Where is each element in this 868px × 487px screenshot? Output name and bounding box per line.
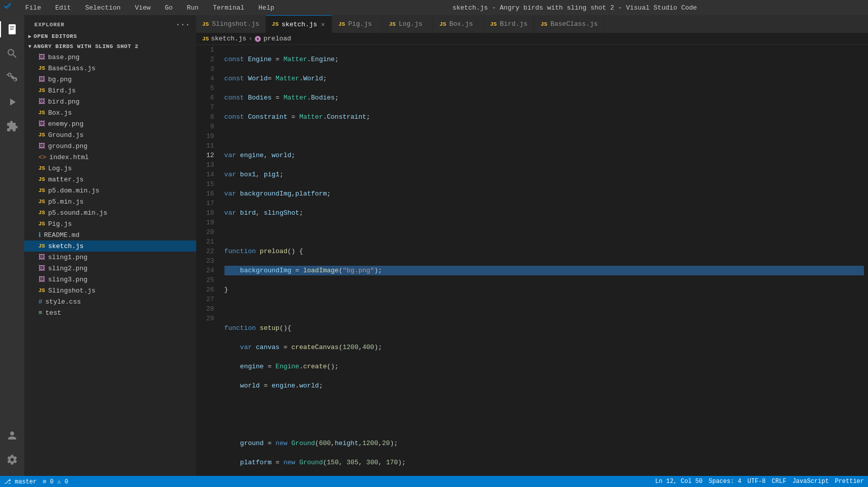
file-item-ground-png[interactable]: 🖼 ground.png: [24, 140, 196, 152]
status-language[interactable]: JavaScript: [792, 478, 829, 485]
line-num-20: 20: [206, 227, 214, 237]
sidebar-content: ▶ OPEN EDITORS ▼ ANGRY BIRDS WITH SLING …: [24, 31, 196, 476]
tab-box-js[interactable]: JS Box.js: [433, 15, 484, 33]
code-line-22: platform = new Ground(150, 305, 300, 170…: [224, 458, 864, 467]
vscode-logo-icon: [4, 3, 12, 13]
tab-log-js[interactable]: JS Log.js: [383, 15, 433, 33]
file-item-p5min-js[interactable]: JS p5.min.js: [24, 196, 196, 207]
source-control-activity-icon[interactable]: [0, 66, 24, 90]
png-icon: 🖼: [38, 276, 45, 283]
line-num-4: 4: [206, 74, 214, 83]
code-line-3: const Bodies = Matter.Bodies;: [224, 93, 864, 103]
png-icon: 🖼: [38, 142, 45, 150]
file-item-sling1-png[interactable]: 🖼 sling1.png: [24, 252, 196, 263]
tab-bird-js[interactable]: JS Bird.js: [484, 15, 534, 33]
file-item-index-html[interactable]: <> index.html: [24, 152, 196, 163]
file-item-test[interactable]: ≡ test: [24, 307, 196, 318]
tab-close-button[interactable]: ✕: [320, 20, 326, 29]
line-num-7: 7: [206, 103, 214, 112]
menu-file[interactable]: File: [22, 3, 44, 13]
tab-label: Box.js: [449, 20, 473, 28]
file-item-ground-js[interactable]: JS Ground.js: [24, 129, 196, 140]
file-item-sling3-png[interactable]: 🖼 sling3.png: [24, 274, 196, 285]
menu-go[interactable]: Go: [162, 3, 176, 13]
file-item-enemy-png[interactable]: 🖼 enemy.png: [24, 118, 196, 129]
tab-label: Bird.js: [500, 20, 528, 28]
code-line-18: world = engine.world;: [224, 381, 864, 391]
js-tab-icon: JS: [202, 21, 209, 27]
line-num-22: 22: [206, 247, 214, 256]
line-num-14: 14: [206, 170, 214, 179]
file-item-p5sound-js[interactable]: JS p5.sound.min.js: [24, 207, 196, 218]
file-item-readme-md[interactable]: ℹ README.md: [24, 229, 196, 240]
js-tab-icon: JS: [439, 21, 446, 27]
breadcrumb-file-icon: JS: [202, 36, 209, 42]
tab-label: Log.js: [399, 20, 423, 28]
status-crlf[interactable]: CRLF: [772, 478, 787, 485]
file-item-sling2-png[interactable]: 🖼 sling2.png: [24, 263, 196, 274]
file-item-sketch-js[interactable]: JS sketch.js: [24, 240, 196, 252]
file-item-pig-js[interactable]: JS Pig.js: [24, 218, 196, 229]
code-line-21: ground = new Ground(600,height,1200,20);: [224, 439, 864, 448]
search-activity-icon[interactable]: [0, 41, 24, 66]
account-activity-icon[interactable]: [0, 423, 24, 448]
file-item-slingshot-js[interactable]: JS Slingshot.js: [24, 285, 196, 296]
code-line-9: var bird, slingShot;: [224, 208, 864, 218]
png-icon: 🖼: [38, 254, 45, 261]
js-icon: JS: [38, 243, 45, 249]
status-errors[interactable]: ⊘ 0 ⚠ 0: [42, 478, 68, 485]
file-item-baseclass-js[interactable]: JS BaseClass.js: [24, 63, 196, 74]
menu-run[interactable]: Run: [184, 3, 201, 13]
js-icon: JS: [38, 165, 45, 171]
file-item-p5dom-js[interactable]: JS p5.dom.min.js: [24, 185, 196, 196]
settings-activity-icon[interactable]: [0, 448, 24, 472]
js-icon: JS: [38, 221, 45, 227]
code-line-7: var box1, pig1;: [224, 170, 864, 179]
code-line-17: engine = Engine.create();: [224, 362, 864, 371]
line-num-10: 10: [206, 131, 214, 141]
code-line-11: function preload() {: [224, 247, 864, 256]
file-item-bg-png[interactable]: 🖼 bg.png: [24, 74, 196, 85]
status-prettier[interactable]: Prettier: [835, 478, 864, 485]
code-line-6: var engine, world;: [224, 151, 864, 160]
code-line-13: }: [224, 285, 864, 295]
menu-view[interactable]: View: [132, 3, 154, 13]
tab-label: BaseClass.js: [551, 20, 598, 28]
menu-edit[interactable]: Edit: [52, 3, 74, 13]
status-encoding[interactable]: UTF-8: [748, 478, 766, 485]
status-branch[interactable]: ⎇ master: [4, 478, 36, 485]
project-label: ANGRY BIRDS WITH SLING SHOT 2: [34, 43, 139, 50]
status-spaces[interactable]: Spaces: 4: [709, 478, 742, 485]
sidebar: EXPLORER ··· ▶ OPEN EDITORS ▼ ANGRY BIRD…: [24, 15, 196, 476]
open-editors-section[interactable]: ▶ OPEN EDITORS: [24, 31, 196, 41]
run-debug-activity-icon[interactable]: [0, 90, 24, 114]
breadcrumb-file[interactable]: sketch.js: [211, 35, 246, 42]
tab-baseclass-js[interactable]: JS BaseClass.js: [534, 15, 604, 33]
file-item-log-js[interactable]: JS Log.js: [24, 163, 196, 174]
status-line-col[interactable]: Ln 12, Col 50: [655, 478, 703, 485]
sidebar-more-button[interactable]: ···: [175, 20, 190, 29]
js-icon: JS: [38, 110, 45, 116]
file-item-style-css[interactable]: # style.css: [24, 296, 196, 307]
tab-sketch-js[interactable]: JS sketch.js ✕: [266, 15, 333, 33]
project-section[interactable]: ▼ ANGRY BIRDS WITH SLING SHOT 2: [24, 41, 196, 52]
menu-selection[interactable]: Selection: [82, 3, 123, 13]
code-content[interactable]: const Engine = Matter.Engine; const Worl…: [220, 45, 868, 476]
file-item-matter-js[interactable]: JS matter.js: [24, 174, 196, 185]
tab-slingshot-js[interactable]: JS Slingshot.js: [196, 15, 266, 33]
file-item-bird-png[interactable]: 🖼 bird.png: [24, 96, 196, 107]
file-item-base-png[interactable]: 🖼 base.png: [24, 52, 196, 63]
file-item-bird-js[interactable]: JS Bird.js: [24, 85, 196, 96]
tab-pig-js[interactable]: JS Pig.js: [332, 15, 383, 33]
line-num-21: 21: [206, 237, 214, 247]
line-num-1: 1: [206, 45, 214, 55]
js-tab-icon: JS: [490, 21, 496, 27]
extensions-activity-icon[interactable]: [0, 114, 24, 138]
menu-help[interactable]: Help: [255, 3, 277, 13]
file-item-box-js[interactable]: JS Box.js: [24, 107, 196, 118]
breadcrumb-section[interactable]: preload: [263, 35, 291, 42]
code-editor[interactable]: 1 2 3 4 5 6 7 8 9 10 11 12 13 14 15 16 1…: [196, 45, 868, 476]
explorer-activity-icon[interactable]: [0, 17, 24, 41]
title-bar: File Edit Selection View Go Run Terminal…: [0, 0, 868, 15]
menu-terminal[interactable]: Terminal: [210, 3, 247, 13]
